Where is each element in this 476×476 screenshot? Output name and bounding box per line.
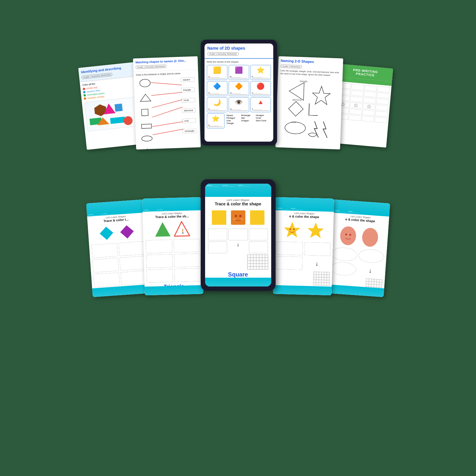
shape-letter-r: R.............. (230, 75, 248, 78)
gc (324, 280, 326, 283)
svg-marker-46 (307, 222, 324, 238)
pattern-box (361, 116, 374, 122)
square-content: Let's Learn Shapes Trace & color the sha… (205, 197, 271, 280)
bcard-star[interactable]: CLASS:_______ DATE:_______ Let's Learn S… (273, 197, 334, 295)
purple-diamond (118, 223, 136, 241)
emoji-3: ⭐ (257, 66, 264, 74)
grid-cell (265, 261, 268, 264)
shape-letter-s3: S.............. (208, 123, 223, 127)
card-naming-2d[interactable]: Naming 2-D Shapes Grade 1 Worksheet Colo… (275, 56, 343, 149)
shape-letter-t: T.............. (252, 107, 269, 111)
pattern-box (376, 92, 389, 99)
grid-cell (262, 267, 265, 269)
card1-badge: Grade 1 Geometry Worksheet (81, 73, 113, 79)
svg-point-39 (240, 218, 243, 220)
yellow-square-2 (249, 209, 265, 226)
gc (319, 272, 321, 274)
pattern-box (377, 86, 390, 93)
trace-diamond-5 (93, 272, 120, 287)
trace-oval-1 (331, 247, 357, 262)
gc (321, 275, 324, 277)
svg-marker-19 (289, 82, 304, 100)
card2-badge: Grade 1 Geometry Worksheet (135, 65, 167, 69)
grid-cell (253, 267, 256, 269)
star-grid (313, 271, 330, 286)
cyan-diamond (98, 225, 115, 242)
bcard-square-center[interactable]: NAME:_______ CLASS:_______ DATE:_______ … (201, 179, 276, 291)
bcard-oval[interactable]: CLASS:_______ DATE:_______ Let's Learn S… (326, 200, 390, 297)
shape-cell-7: 🌙 S.............. (207, 97, 227, 112)
grid-cell (250, 267, 253, 269)
triangle-trace-row3 (146, 268, 201, 283)
grid-cell (247, 264, 250, 267)
svg-marker-22 (288, 101, 304, 116)
star-icon-small (354, 103, 358, 108)
gc (314, 274, 316, 277)
pattern-box (364, 85, 377, 91)
oval-trace-row2: ↓ (330, 262, 383, 278)
shape-cell-9: 🔺 T.............. (250, 97, 271, 112)
gc (321, 283, 324, 285)
grid-cell (250, 264, 253, 267)
oval-trace-row1 (331, 247, 384, 264)
gc (319, 280, 321, 282)
trace-oval-3 (330, 262, 356, 276)
pattern-box-star (362, 103, 375, 110)
circle-shape (139, 79, 151, 87)
card-matching[interactable]: Matching shapes to names (2- Dim... Grad… (133, 56, 201, 149)
word-bank: Square Rectangle Hexagon Pentagon Star C… (226, 113, 271, 128)
arrow-down-sq: ↓ (228, 242, 248, 253)
star-card-inner: CLASS:_______ DATE:_______ Let's Learn S… (273, 197, 334, 295)
orange-square-svg (230, 209, 246, 226)
triangle-card-inner: NAME:_______ CLASS:_______ Let's Learn S… (142, 197, 203, 295)
svg-point-7 (140, 79, 150, 87)
star-icon-small (367, 104, 371, 109)
date-label-oval: DATE:_______ (348, 211, 360, 213)
svg-point-37 (239, 215, 242, 217)
triangle-content: Let's Learn Shapes Trace & color the sh.… (143, 210, 203, 291)
grid-cell (253, 264, 256, 267)
road-sign: 🚶 (173, 221, 190, 237)
green-dot (83, 94, 86, 97)
pattern-box (351, 90, 363, 96)
trace-sq-4 (208, 242, 227, 253)
trace-sq-3 (249, 229, 268, 240)
card-2d-names[interactable]: Name of 2D shapes Grade 1 Geometry Works… (201, 40, 277, 145)
svg-rect-40 (250, 210, 264, 225)
diamond-shape (141, 148, 153, 150)
pattern-box-star (349, 102, 362, 109)
grid-cell (259, 267, 262, 269)
grid-cell (250, 255, 253, 258)
wb-square: Square (227, 114, 241, 116)
star-trace-row2: ↓ (276, 256, 330, 271)
gc (313, 282, 316, 285)
name-class-date-row: NAME:_______ CLASS:_______ DATE:_______ (205, 184, 271, 187)
svg-point-47 (339, 226, 356, 246)
gc (327, 275, 329, 277)
rhombus-card-inner: NAME:_______ CLASS:_______ Let's Learn S… (86, 200, 150, 297)
bcard-triangle[interactable]: NAME:_______ CLASS:_______ Let's Learn S… (142, 197, 203, 295)
class-label-t: CLASS:_______ (157, 209, 170, 211)
card3-body: Write the names of the shapes. 🟨 S......… (205, 59, 273, 130)
grid-cell (256, 264, 259, 267)
square-trace-row1 (208, 229, 268, 240)
square-card-inner: NAME:_______ CLASS:_______ DATE:_______ … (205, 184, 271, 286)
svg-point-52 (361, 227, 378, 247)
shape-cell-1: 🟨 S.............. (207, 65, 227, 80)
shape-letter-s1: S.............. (208, 75, 226, 78)
bcard-rhombus[interactable]: NAME:_______ CLASS:_______ Let's Learn S… (86, 200, 150, 297)
matching-area: square triangle circle diamond oval rect… (136, 76, 198, 143)
shape-letter-o2: O.............. (230, 107, 248, 111)
svg-point-11 (141, 136, 152, 141)
teal-top-star: CLASS:_______ DATE:_______ (275, 197, 334, 212)
grid-cell (262, 255, 265, 258)
card-identifying[interactable]: Identifying and describing Grade 1 Geome… (78, 62, 142, 150)
red-dot (83, 88, 85, 90)
svg-marker-28 (367, 105, 371, 108)
svg-marker-41 (284, 222, 300, 237)
worksheet-container: Identifying and describing Grade 1 Geome… (0, 0, 476, 476)
name-square: square (181, 77, 195, 82)
shape-cell-6: 🔴 C.............. (250, 81, 271, 96)
shape-letter-s2: S.............. (208, 107, 226, 111)
svg-marker-27 (354, 103, 358, 107)
